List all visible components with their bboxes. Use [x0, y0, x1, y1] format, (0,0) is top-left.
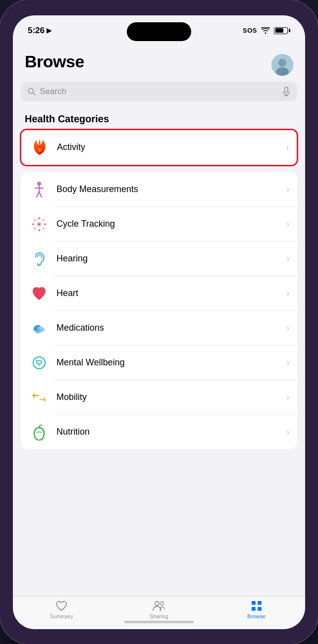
- medications-icon: [29, 318, 50, 339]
- summary-icon: [55, 600, 67, 611]
- avatar[interactable]: [271, 54, 293, 76]
- svg-point-21: [43, 228, 44, 229]
- svg-rect-38: [258, 607, 262, 611]
- meds-svg: [31, 320, 47, 336]
- tab-bar: Summary Sharing: [13, 596, 305, 629]
- nutrition-chevron: ›: [287, 428, 289, 437]
- medications-chevron: ›: [287, 324, 289, 333]
- svg-point-1: [278, 59, 286, 67]
- svg-line-10: [37, 192, 39, 197]
- list-item-mental[interactable]: Mental Wellbeing ›: [21, 346, 297, 380]
- tab-sharing[interactable]: Sharing: [110, 600, 208, 619]
- scroll-content[interactable]: Browse Search: [13, 42, 305, 596]
- phone-frame: 5:26 ▶ SOS: [0, 0, 318, 644]
- mic-icon: [282, 87, 290, 97]
- cycle-chevron: ›: [287, 220, 289, 229]
- body-svg: [32, 181, 47, 198]
- sos-indicator: SOS: [243, 27, 257, 34]
- list-item-heart[interactable]: Heart ›: [21, 276, 297, 311]
- body-icon: [29, 179, 50, 200]
- phone-screen: 5:26 ▶ SOS: [13, 15, 305, 629]
- svg-point-13: [38, 223, 40, 225]
- sharing-icon: [152, 600, 166, 611]
- svg-line-4: [33, 93, 36, 95]
- flame-svg: [31, 139, 48, 156]
- search-placeholder: Search: [40, 87, 278, 97]
- location-icon: ▶: [47, 27, 52, 34]
- medications-label: Medications: [56, 323, 287, 333]
- mental-icon: [29, 352, 50, 373]
- heart-icon: [29, 283, 50, 304]
- sharing-tab-label: Sharing: [150, 613, 168, 619]
- browse-icon: [251, 600, 262, 611]
- time-display: 5:26: [28, 26, 45, 36]
- svg-point-15: [38, 229, 40, 231]
- status-right: SOS: [243, 27, 290, 34]
- mental-chevron: ›: [287, 358, 289, 367]
- hearing-chevron: ›: [287, 254, 289, 263]
- activity-chevron: ›: [286, 143, 289, 152]
- svg-rect-35: [252, 601, 256, 605]
- list-item-nutrition[interactable]: Nutrition ›: [21, 415, 297, 449]
- header: Browse: [13, 42, 305, 82]
- home-indicator: [124, 621, 194, 623]
- svg-point-34: [160, 601, 164, 605]
- body-label: Body Measurements: [56, 184, 287, 195]
- hearing-icon: [29, 248, 50, 269]
- section-title: Health Categories: [25, 113, 109, 124]
- mental-svg: [31, 355, 47, 371]
- avatar-image: [271, 54, 293, 76]
- list-item-body[interactable]: Body Measurements ›: [21, 172, 297, 207]
- nutrition-svg: [32, 424, 47, 441]
- search-container: Search: [13, 82, 305, 107]
- battery-indicator: [274, 27, 290, 34]
- hearing-label: Hearing: [56, 253, 287, 264]
- heart-svg: [31, 286, 47, 301]
- section-header: Health Categories: [13, 107, 305, 129]
- page-title: Browse: [25, 52, 84, 71]
- cycle-svg: [31, 216, 47, 232]
- list-item-cycle[interactable]: Cycle Tracking ›: [21, 207, 297, 242]
- dynamic-island: [127, 22, 191, 41]
- heart-label: Heart: [56, 288, 287, 298]
- heart-chevron: ›: [287, 289, 289, 298]
- activity-label: Activity: [57, 142, 286, 152]
- status-time: 5:26 ▶: [28, 26, 52, 36]
- svg-rect-37: [252, 607, 256, 611]
- categories-list: Body Measurements ›: [21, 172, 297, 449]
- svg-point-33: [155, 601, 159, 605]
- svg-point-16: [32, 223, 34, 225]
- mobility-svg: [31, 392, 47, 403]
- summary-tab-label: Summary: [50, 613, 73, 619]
- hearing-svg: [32, 250, 47, 267]
- search-icon: [28, 88, 36, 96]
- svg-point-18: [34, 219, 36, 221]
- mobility-label: Mobility: [56, 392, 287, 402]
- list-item-mobility[interactable]: Mobility ›: [21, 380, 297, 415]
- activity-highlighted-item[interactable]: Activity ›: [20, 129, 298, 166]
- svg-rect-5: [285, 87, 288, 93]
- tab-summary[interactable]: Summary: [13, 600, 110, 619]
- mobility-icon: [29, 387, 50, 408]
- svg-point-17: [44, 223, 46, 225]
- svg-point-26: [33, 357, 45, 369]
- list-item-hearing[interactable]: Hearing ›: [21, 242, 297, 276]
- mobility-chevron: ›: [287, 393, 289, 402]
- svg-point-20: [34, 228, 36, 229]
- nutrition-label: Nutrition: [56, 427, 287, 437]
- body-chevron: ›: [287, 185, 289, 194]
- wifi-icon: [261, 27, 270, 34]
- list-item-activity[interactable]: Activity ›: [21, 130, 297, 165]
- browse-tab-label: Browse: [247, 613, 265, 619]
- battery-fill: [275, 28, 283, 33]
- mental-label: Mental Wellbeing: [56, 357, 287, 368]
- cycle-icon: [29, 214, 50, 235]
- svg-line-11: [39, 192, 42, 197]
- svg-point-14: [38, 217, 40, 219]
- list-item-medications[interactable]: Medications ›: [21, 311, 297, 346]
- cycle-label: Cycle Tracking: [56, 219, 287, 229]
- tab-browse[interactable]: Browse: [208, 600, 305, 619]
- svg-point-19: [43, 219, 44, 221]
- svg-point-22: [37, 263, 39, 265]
- search-bar[interactable]: Search: [21, 82, 297, 101]
